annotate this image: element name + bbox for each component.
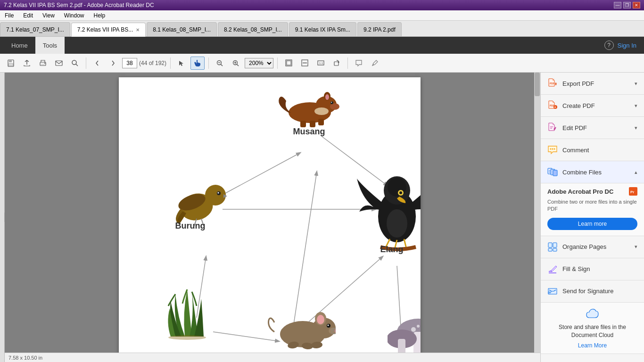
nav-home[interactable]: Home [4,37,35,54]
sign-in-button[interactable]: Sign In [618,42,636,49]
combine-files-item[interactable]: Combine Files ▴ [541,161,644,183]
toolbar-separator-1 [86,58,86,69]
viewer-scroll[interactable]: Musang [5,73,540,353]
left-panel: ▶ [0,73,5,362]
svg-point-52 [387,209,407,238]
scrollbar-thumb[interactable] [535,73,540,96]
nav-tools[interactable]: Tools [35,37,65,54]
acrobat-pro-icon: Pr [629,187,637,196]
create-pdf-item[interactable]: PDF + Create PDF ▾ [541,95,644,117]
vertical-scrollbar[interactable] [534,73,540,353]
minimize-button[interactable]: — [614,2,621,8]
fill-sign-label: Fill & Sign [562,265,637,272]
organize-pages-arrow: ▾ [635,244,637,250]
svg-rect-39 [318,119,324,125]
svg-point-48 [217,192,219,194]
create-pdf-label: Create PDF [562,102,630,109]
export-pdf-label: Export PDF [562,80,630,87]
svg-rect-37 [300,121,306,127]
close-button[interactable]: ✕ [633,2,640,8]
fit-width-button[interactable] [297,57,312,70]
svg-rect-95 [553,170,557,176]
prev-page-button[interactable] [90,57,104,70]
menu-edit[interactable]: Edit [21,11,35,20]
svg-point-46 [205,185,226,206]
svg-rect-1 [9,60,12,62]
zoom-select[interactable]: 50% 75% 100% 125% 150% 200% 300% 400% [245,58,273,68]
svg-rect-101 [553,248,557,251]
email-button[interactable] [52,57,66,70]
fit-page-button[interactable] [281,57,296,70]
zoom-out-button[interactable] [213,57,227,70]
organize-pages-item[interactable]: Organize Pages ▾ [541,236,644,258]
svg-point-92 [554,148,555,150]
document-cloud-section: Store and share files in the Document Cl… [541,303,644,354]
send-signature-label: Send for Signature [562,288,637,295]
toolbar-separator-4 [277,58,278,69]
promo-subtitle: Combine two or more files into a single … [547,198,637,213]
save-button[interactable] [4,57,18,70]
promo-title: Adobe Acrobat Pro DC [547,188,629,195]
search-button[interactable] [68,57,82,70]
comment-toolbar-button[interactable] [352,57,366,70]
right-panel-toggle[interactable]: ◀ [540,213,541,222]
tab-label: 8.1 Kelas_08_SMP_I... [153,26,211,33]
musang-animal [274,87,340,131]
window-controls: — ❐ ✕ [614,2,640,8]
print-button[interactable] [36,57,50,70]
svg-point-90 [550,148,552,150]
tab-label: 9.1 Kelas IX IPA Sm... [295,26,350,33]
svg-point-83 [417,325,420,328]
fill-sign-item[interactable]: Fill & Sign [541,258,644,280]
svg-text:1:1: 1:1 [319,62,323,65]
tab-8-2[interactable]: 8.2 Kelas_08_SMP_I... [218,22,288,36]
top-navigation: Home Tools ? Sign In [0,37,644,54]
fill-sign-icon [547,264,558,274]
svg-point-60 [168,335,206,340]
zoom-in-button[interactable] [229,57,243,70]
rotate-button[interactable] [330,57,344,70]
menu-file[interactable]: File [3,11,16,20]
learn-more-button[interactable]: Learn more [547,218,637,230]
menu-help[interactable]: Help [92,11,107,20]
combine-promo: Adobe Acrobat Pro DC Pr Combine two or m… [541,183,644,236]
tab-close-icon[interactable]: ✕ [136,27,140,33]
menu-view[interactable]: View [41,11,57,20]
nav-tools-label: Tools [43,42,57,49]
menu-window[interactable]: Window [62,11,86,20]
tab-8-1[interactable]: 8.1 Kelas_08_SMP_I... [147,22,217,36]
draw-button[interactable] [368,57,382,70]
scrollbar-track [534,73,540,353]
tab-9-2[interactable]: 9.2 IPA 2.pdf [357,22,402,36]
svg-point-81 [411,327,416,332]
select-tool-button[interactable] [174,57,189,70]
cloud-icon [586,307,600,321]
help-icon[interactable]: ? [604,41,614,50]
page-total: (44 of 192) [139,60,166,66]
right-panel: ◀ PDF Export PDF ▾ PDF [540,73,644,362]
create-pdf-arrow: ▾ [635,103,637,109]
svg-point-7 [72,60,76,65]
tab-7-1[interactable]: 7.1 Kelas_07_SMP_I... [0,22,70,36]
restore-button[interactable]: ❐ [623,2,631,8]
status-bar: 7.58 x 10.50 in [5,353,540,362]
next-page-button[interactable] [106,57,120,70]
export-pdf-item[interactable]: PDF Export PDF ▾ [541,73,644,95]
actual-size-button[interactable]: 1:1 [314,57,328,70]
svg-point-40 [330,101,333,104]
toolbar-separator-3 [208,58,209,69]
comment-item[interactable]: Comment [541,139,644,161]
send-signature-item[interactable]: Send for Signature [541,280,644,303]
elang-label: Elang [380,245,404,255]
page-number-input[interactable]: 38 [122,58,137,68]
upload-button[interactable] [20,57,34,70]
hand-tool-button[interactable] [190,57,205,70]
edit-pdf-item[interactable]: Edit PDF ▾ [541,117,644,139]
main-content: ▶ [0,73,644,362]
tab-7-2[interactable]: 7.2 Kelas VII IPA BS... ✕ [71,23,146,37]
cloud-learn-more-link[interactable]: Learn More [578,342,607,349]
nav-home-label: Home [11,42,28,49]
edit-pdf-label: Edit PDF [562,124,630,132]
tab-9-1[interactable]: 9.1 Kelas IX IPA Sm... [289,22,356,36]
burung-label: Burung [175,221,206,231]
